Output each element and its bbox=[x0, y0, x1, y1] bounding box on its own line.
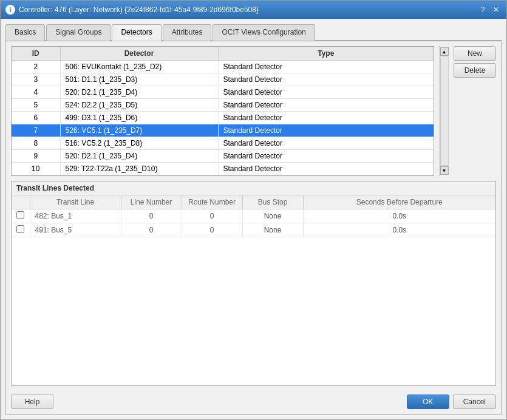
tab-attributes[interactable]: Attributes bbox=[163, 24, 212, 41]
title-bar-left: i Controller: 476 (Layer: Network) {2e24… bbox=[5, 5, 259, 15]
row-type: Standard Detector bbox=[218, 150, 434, 163]
close-button[interactable]: ✕ bbox=[491, 4, 502, 15]
ok-button[interactable]: OK bbox=[407, 395, 449, 409]
top-section: ID Detector Type 2 506: EVUKontakt (1_23… bbox=[11, 46, 496, 176]
row-type: Standard Detector bbox=[218, 163, 434, 175]
row-id: 6 bbox=[12, 112, 60, 124]
transit-row[interactable]: 491: Bus_5 0 0 None 0.0s bbox=[12, 223, 495, 237]
col-header-type: Type bbox=[218, 47, 434, 61]
detector-table-body: 2 506: EVUKontakt (1_235_D2) Standard De… bbox=[12, 61, 434, 175]
table-row-selected[interactable]: 7 526: VC5.1 (1_235_D7) Standard Detecto… bbox=[12, 124, 434, 137]
help-footer-button[interactable]: Help bbox=[11, 395, 53, 409]
bottom-right: OK Cancel bbox=[407, 395, 496, 409]
transit-route-number: 0 bbox=[182, 223, 242, 237]
transit-line: 482: Bus_1 bbox=[30, 209, 121, 223]
scrollbar[interactable]: ▲ ▼ bbox=[439, 46, 449, 176]
row-type: Standard Detector bbox=[218, 137, 434, 150]
transit-seconds: 0.0s bbox=[303, 209, 495, 223]
row-detector: 520: D2.1 (1_235_D4) bbox=[60, 86, 218, 99]
content-area: Basics Signal Groups Detectors Attribute… bbox=[1, 19, 506, 419]
window-title: Controller: 476 (Layer: Network) {2e24f8… bbox=[19, 5, 259, 14]
scroll-up-arrow[interactable]: ▲ bbox=[440, 47, 449, 56]
tab-bar: Basics Signal Groups Detectors Attribute… bbox=[5, 24, 502, 41]
cancel-button[interactable]: Cancel bbox=[453, 395, 496, 409]
delete-button[interactable]: Delete bbox=[454, 63, 496, 78]
row-type: Standard Detector bbox=[218, 99, 434, 112]
detector-table: ID Detector Type 2 506: EVUKontakt (1_23… bbox=[12, 47, 434, 175]
table-row[interactable]: 6 499: D3.1 (1_235_D6) Standard Detector bbox=[12, 112, 434, 124]
row-id: 8 bbox=[12, 137, 60, 150]
transit-table-body: 482: Bus_1 0 0 None 0.0s 491: Bus_5 0 bbox=[12, 209, 495, 237]
row-type: Standard Detector bbox=[218, 73, 434, 86]
bottom-left: Help bbox=[11, 395, 53, 409]
row-type: Standard Detector bbox=[218, 61, 434, 73]
row-id: 5 bbox=[12, 99, 60, 112]
row-detector: 526: VC5.1 (1_235_D7) bbox=[60, 124, 218, 137]
table-row[interactable]: 4 520: D2.1 (1_235_D4) Standard Detector bbox=[12, 86, 434, 99]
transit-checkbox-0[interactable] bbox=[16, 211, 24, 219]
transit-row[interactable]: 482: Bus_1 0 0 None 0.0s bbox=[12, 209, 495, 223]
row-type: Standard Detector bbox=[218, 124, 434, 137]
transit-line-number: 0 bbox=[121, 209, 182, 223]
col-header-line-number: Line Number bbox=[121, 195, 182, 209]
scroll-track[interactable] bbox=[440, 56, 449, 166]
transit-route-number: 0 bbox=[182, 209, 242, 223]
row-id: 9 bbox=[12, 150, 60, 163]
transit-checkbox-1[interactable] bbox=[16, 225, 24, 233]
table-row[interactable]: 8 516: VC5.2 (1_235_D8) Standard Detecto… bbox=[12, 137, 434, 150]
transit-row-check[interactable] bbox=[12, 209, 30, 223]
transit-bus-stop: None bbox=[242, 223, 303, 237]
app-icon: i bbox=[5, 5, 15, 15]
row-detector: 499: D3.1 (1_235_D6) bbox=[60, 112, 218, 124]
bottom-bar: Help OK Cancel bbox=[11, 391, 496, 409]
row-id: 4 bbox=[12, 86, 60, 99]
transit-section-title: Transit Lines Detected bbox=[12, 181, 495, 195]
table-row[interactable]: 3 501: D1.1 (1_235_D3) Standard Detector bbox=[12, 73, 434, 86]
row-detector: 506: EVUKontakt (1_235_D2) bbox=[60, 61, 218, 73]
tab-ocit-views[interactable]: OCIT Views Configuration bbox=[213, 24, 315, 41]
col-header-route-number: Route Number bbox=[182, 195, 242, 209]
col-header-transit-line: Transit Line bbox=[30, 195, 121, 209]
table-row[interactable]: 2 506: EVUKontakt (1_235_D2) Standard De… bbox=[12, 61, 434, 73]
row-type: Standard Detector bbox=[218, 112, 434, 124]
title-bar: i Controller: 476 (Layer: Network) {2e24… bbox=[1, 1, 506, 19]
new-button[interactable]: New bbox=[454, 46, 496, 61]
transit-lines-section: Transit Lines Detected Transit Line Line… bbox=[11, 181, 496, 386]
transit-line-number: 0 bbox=[121, 223, 182, 237]
row-id: 2 bbox=[12, 61, 60, 73]
row-type: Standard Detector bbox=[218, 86, 434, 99]
col-header-id: ID bbox=[12, 47, 60, 61]
help-button[interactable]: ? bbox=[477, 4, 488, 15]
scroll-down-arrow[interactable]: ▼ bbox=[440, 166, 449, 175]
row-id: 7 bbox=[12, 124, 60, 137]
row-detector: 501: D1.1 (1_235_D3) bbox=[60, 73, 218, 86]
row-id: 10 bbox=[12, 163, 60, 175]
transit-header-row: Transit Line Line Number Route Number Bu… bbox=[12, 195, 495, 209]
transit-row-check[interactable] bbox=[12, 223, 30, 237]
row-detector: 524: D2.2 (1_235_D5) bbox=[60, 99, 218, 112]
col-header-seconds: Seconds Before Departure bbox=[303, 195, 495, 209]
table-header-row: ID Detector Type bbox=[12, 47, 434, 61]
tab-signal-groups[interactable]: Signal Groups bbox=[46, 24, 111, 41]
transit-line: 491: Bus_5 bbox=[30, 223, 121, 237]
transit-table: Transit Line Line Number Route Number Bu… bbox=[12, 195, 495, 237]
col-header-check bbox=[12, 195, 30, 209]
table-row[interactable]: 9 520: D2.1 (1_235_D4) Standard Detector bbox=[12, 150, 434, 163]
row-id: 3 bbox=[12, 73, 60, 86]
side-buttons: New Delete bbox=[454, 46, 496, 176]
main-panel: ID Detector Type 2 506: EVUKontakt (1_23… bbox=[5, 41, 502, 415]
transit-seconds: 0.0s bbox=[303, 223, 495, 237]
row-detector: 520: D2.1 (1_235_D4) bbox=[60, 150, 218, 163]
main-window: i Controller: 476 (Layer: Network) {2e24… bbox=[0, 0, 507, 420]
title-bar-controls: ? ✕ bbox=[477, 4, 502, 15]
tab-basics[interactable]: Basics bbox=[5, 24, 45, 41]
col-header-bus-stop: Bus Stop bbox=[242, 195, 303, 209]
detector-table-scroll[interactable]: ID Detector Type 2 506: EVUKontakt (1_23… bbox=[12, 47, 434, 175]
row-detector: 516: VC5.2 (1_235_D8) bbox=[60, 137, 218, 150]
detector-table-area: ID Detector Type 2 506: EVUKontakt (1_23… bbox=[11, 46, 434, 176]
col-header-detector: Detector bbox=[60, 47, 218, 61]
table-row[interactable]: 10 529: T22-T22a (1_235_D10) Standard De… bbox=[12, 163, 434, 175]
transit-bus-stop: None bbox=[242, 209, 303, 223]
table-row[interactable]: 5 524: D2.2 (1_235_D5) Standard Detector bbox=[12, 99, 434, 112]
tab-detectors[interactable]: Detectors bbox=[112, 24, 161, 41]
